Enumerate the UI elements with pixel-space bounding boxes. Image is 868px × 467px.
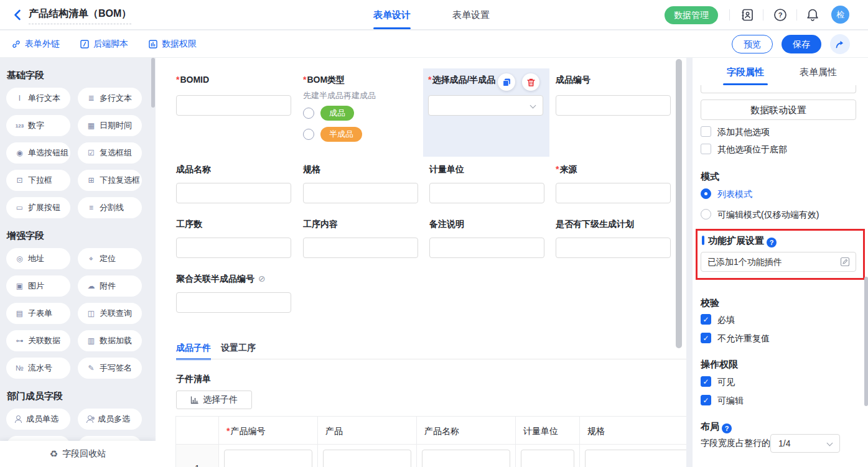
bomid-input[interactable] (176, 95, 291, 116)
field-item-number[interactable]: 123数字 (6, 115, 70, 136)
col-header-product: 产品 (317, 416, 417, 445)
save-button[interactable]: 保存 (782, 35, 821, 53)
share-icon[interactable] (830, 34, 850, 54)
col-header-unit: 计量单位 (515, 416, 580, 445)
contact-book-icon[interactable] (740, 7, 755, 22)
radio-label-editable-mode[interactable]: 可编辑模式(仅移动端有效) (717, 210, 819, 221)
checkbox-editable[interactable]: ✓ (701, 395, 711, 405)
backend-script-button[interactable]: 后端脚本 (80, 30, 128, 58)
select-children-button[interactable]: 选择子件 (176, 391, 252, 409)
checkbox-add-other-option[interactable] (701, 126, 711, 137)
checkbox-visible[interactable]: ✓ (701, 376, 711, 387)
radio-editable-mode[interactable] (701, 209, 711, 220)
aggregate-semi-code-input[interactable] (176, 292, 291, 313)
product-code-input[interactable] (224, 450, 312, 467)
field-item-extend-button[interactable]: ▭扩展按钮 (6, 197, 70, 218)
checkbox-label[interactable]: 其他选项位于底部 (717, 144, 787, 155)
field-item-address[interactable]: ◎地址 (6, 248, 70, 269)
help-circle-icon[interactable]: ? (722, 423, 732, 433)
process-count-input[interactable] (176, 238, 291, 258)
unit-input[interactable] (429, 183, 544, 203)
field-label-bomid: *BOMID (176, 75, 209, 85)
cell-spec (579, 444, 686, 467)
tag-semi-finished[interactable]: 半成品 (320, 127, 362, 142)
checkbox-label-required[interactable]: 必填 (717, 315, 735, 326)
field-item-multi-text[interactable]: ≣多行文本 (78, 88, 142, 109)
extension-plugin-field[interactable]: 已添加1个功能插件 (701, 252, 856, 272)
field-item-image[interactable]: ▣图片 (6, 275, 70, 297)
checkbox-required[interactable]: ✓ (701, 314, 711, 325)
field-item-dropdown[interactable]: ⊡下拉框 (6, 170, 70, 191)
field-label-remark: 备注说明 (429, 219, 464, 230)
field-label-finished-code: 成品编号 (556, 75, 590, 86)
help-circle-icon[interactable]: ? (767, 238, 777, 247)
radio-list-mode[interactable] (701, 188, 711, 199)
checkbox-label-no-duplicate[interactable]: 不允许重复值 (717, 333, 770, 344)
data-manage-button[interactable]: 数据管理 (665, 6, 718, 24)
field-item-data-load[interactable]: ▥数据加载 (78, 330, 142, 351)
checkbox-no-duplicate[interactable]: ✓ (701, 333, 711, 343)
sidebar-scrollbar[interactable] (151, 58, 155, 108)
product-input[interactable] (323, 450, 411, 467)
data-linkage-button[interactable]: 数据联动设置 (701, 99, 856, 120)
field-item-serial-number[interactable]: №流水号 (6, 358, 70, 379)
user-avatar[interactable]: 检 (831, 6, 849, 24)
tab-form-settings[interactable]: 表单设置 (452, 0, 490, 29)
bell-icon[interactable] (805, 7, 820, 22)
field-width-select[interactable]: 1/4 (770, 434, 840, 453)
external-link-button[interactable]: 表单外链 (11, 30, 60, 58)
tab-form-properties[interactable]: 表单属性 (800, 58, 837, 86)
source-input[interactable] (556, 183, 671, 203)
data-permission-button[interactable]: 数据权限 (148, 30, 197, 58)
field-item-subform[interactable]: ▤子表单 (6, 303, 70, 324)
col-header-product-code: *产品编号 (218, 416, 318, 445)
remark-input[interactable] (429, 238, 544, 258)
has-sub-plan-input[interactable] (556, 238, 671, 258)
back-icon[interactable] (11, 8, 25, 22)
field-item-linked-data[interactable]: ⊶关联数据 (6, 330, 70, 351)
panel-scrollbar[interactable] (864, 277, 868, 406)
field-item-attachment[interactable]: ☁附件 (78, 275, 142, 297)
field-item-divider[interactable]: ≡分割线 (78, 197, 142, 218)
field-item-single-text[interactable]: I单行文本 (6, 88, 70, 109)
edit-icon[interactable] (840, 257, 850, 267)
preview-button[interactable]: 预览 (732, 35, 773, 53)
field-item-member-multi[interactable]: 成员多选 (78, 409, 142, 430)
bom-type-radio-semi[interactable] (303, 129, 314, 140)
cell-product-name (416, 444, 516, 467)
spec-cell-input[interactable] (585, 450, 686, 467)
process-content-input[interactable] (303, 238, 418, 258)
bom-type-radio-finished[interactable] (303, 108, 314, 119)
unit-cell-input[interactable] (521, 450, 574, 467)
field-item-linked-query[interactable]: ◫关联查询 (78, 303, 142, 324)
field-item-member-single[interactable]: 成员单选 (6, 409, 70, 430)
finished-code-input[interactable] (556, 95, 671, 116)
tab-field-properties[interactable]: 字段属性 (727, 58, 764, 86)
field-item-multi-dropdown[interactable]: ⊞下拉复选框 (78, 170, 142, 191)
field-item-radio-group[interactable]: ◉单选按钮组 (6, 142, 70, 164)
tab-set-process[interactable]: 设置工序 (221, 339, 256, 359)
checkbox-label[interactable]: 添加其他选项 (717, 127, 770, 138)
checkbox-label-visible[interactable]: 可见 (717, 377, 735, 388)
truncated-input[interactable] (701, 85, 856, 93)
select-product-dropdown[interactable] (428, 95, 543, 116)
help-icon[interactable]: ? (773, 7, 788, 22)
canvas-scrollbar[interactable] (676, 59, 682, 348)
checkbox-other-option-bottom[interactable] (701, 144, 711, 154)
spec-input[interactable] (303, 183, 418, 203)
col-header-product-name: 产品名称 (416, 416, 516, 445)
copy-field-icon[interactable] (498, 73, 515, 91)
finished-name-input[interactable] (176, 183, 291, 203)
field-item-datetime[interactable]: ▦日期时间 (78, 115, 142, 136)
product-name-input[interactable] (422, 450, 510, 467)
tab-form-design[interactable]: 表单设计 (373, 0, 411, 29)
tab-finished-children[interactable]: 成品子件 (176, 339, 211, 359)
field-item-location[interactable]: ⌖定位 (78, 248, 142, 269)
delete-field-icon[interactable] (522, 73, 539, 91)
field-item-signature[interactable]: ✎手写签名 (78, 358, 142, 379)
field-recycle-bin-button[interactable]: ♻ 字段回收站 (0, 441, 156, 467)
field-item-checkbox-group[interactable]: ☑复选框组 (78, 142, 142, 164)
radio-label-list-mode[interactable]: 列表模式 (717, 189, 752, 200)
tag-finished[interactable]: 成品 (320, 106, 354, 121)
checkbox-label-editable[interactable]: 可编辑 (717, 395, 744, 407)
